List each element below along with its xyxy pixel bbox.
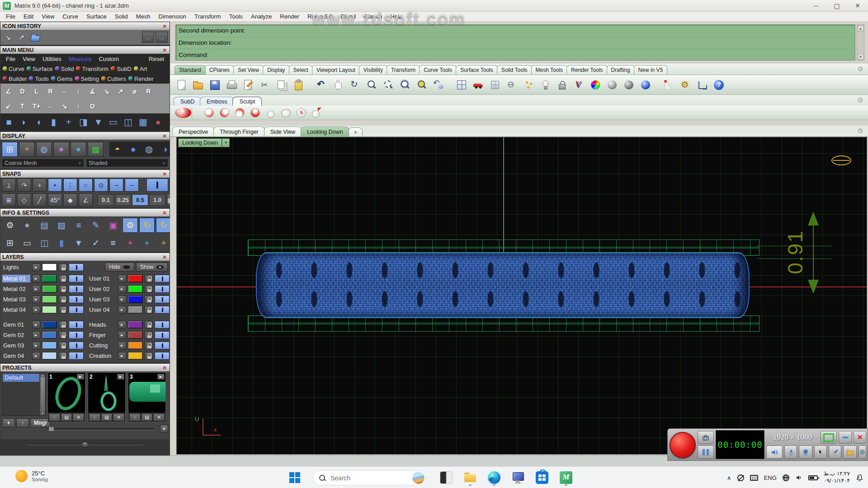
cone-flag-icon[interactable] [663,79,675,91]
splitter-knob[interactable] [81,441,89,447]
maximize-button[interactable] [826,0,847,11]
network-globe-icon[interactable] [783,474,789,481]
open-file-icon[interactable] [192,79,204,91]
layer-color-swatch[interactable] [42,352,57,360]
menubar-item[interactable]: Curve [58,12,82,21]
zoom-window-icon[interactable] [399,79,411,91]
layer-visibility-toggle[interactable] [69,263,84,271]
grid-value-0-25[interactable]: 0.25 [115,194,131,206]
measure-height-icon[interactable]: ↕ [71,99,85,113]
tab-standard[interactable]: Standard [175,65,206,75]
recorder-minimize-button[interactable] [839,431,852,444]
viewport-tab-through-finger[interactable]: Through Finger [213,127,264,136]
layer-visibility-toggle[interactable] [69,306,84,314]
recorder-settings-button[interactable] [859,446,866,459]
layer-visibility-toggle[interactable] [155,296,170,303]
profile-icon[interactable]: ▮ [47,115,61,129]
layer-visibility-toggle[interactable] [155,342,170,349]
thumbnail-add-button[interactable]: + [160,425,168,432]
layer-visibility-toggle[interactable] [69,296,84,303]
layer-expand-button[interactable] [118,331,126,339]
path-check-icon[interactable]: ✓ [88,235,104,250]
arc-icon[interactable]: ◗ [17,115,31,129]
tab-transform[interactable]: Transform [387,65,420,75]
grid-value-0-1[interactable]: 0.1 [98,194,114,206]
undo-view-icon[interactable] [433,79,444,91]
category-subd[interactable]: SubD [110,66,132,72]
layer-expand-button[interactable] [118,275,126,282]
layer-name[interactable]: Gem 01 [2,321,30,328]
layer-lock-button[interactable] [145,321,153,328]
category-setting[interactable]: Setting [75,75,99,82]
measure-line2-icon[interactable]: ↗ [113,84,127,98]
layer-name[interactable]: Metal 04 [2,306,30,314]
cut-icon[interactable] [259,79,271,91]
snap-tangent-icon[interactable]: − [125,178,139,192]
panel-close-icon[interactable] [161,23,168,29]
snap-angle-icon[interactable]: 45° [48,193,62,206]
project-up-button[interactable]: ↑ [16,418,29,427]
layer-lock-button[interactable] [59,275,67,282]
minimize-button[interactable] [806,0,826,11]
layer-lock-button[interactable] [145,331,153,339]
viewport-tab-side-view[interactable]: Side View [264,127,302,136]
category-render[interactable]: Render [128,75,154,82]
speaker-toggle-button[interactable] [766,446,783,459]
circle-axis-icon[interactable] [506,79,518,91]
shade-blue-button[interactable]: ● [126,142,141,156]
menubar-item[interactable]: Solid [111,12,132,21]
category-surface[interactable]: Surface [26,66,53,72]
layer-name[interactable]: Finger [88,331,116,339]
snap-end-icon[interactable]: ⊥ [2,178,16,192]
thumbnail-save-button[interactable] [101,413,113,421]
cplane-axes-icon[interactable] [696,79,708,91]
close-button[interactable] [847,0,868,11]
layers-hide-button[interactable]: Hide [105,263,134,272]
layer-visibility-toggle[interactable] [69,342,84,349]
layer-color-swatch[interactable] [128,352,143,360]
layer-expand-button[interactable] [118,285,126,293]
screenshot-camera-button[interactable] [698,431,714,444]
measure-gap-icon[interactable]: ↔ [43,99,57,113]
torus-icon[interactable]: ● [151,115,165,129]
layer-color-swatch[interactable] [128,285,143,293]
layer-visibility-toggle[interactable] [155,275,170,282]
print-icon[interactable] [226,79,237,91]
notes-icon[interactable]: ✎ [88,218,104,233]
lamp-icon[interactable] [539,79,551,91]
viewport-title-dropdown-icon[interactable] [222,138,230,147]
project-list-scrollbar[interactable]: ▲▼ [39,374,45,415]
snap-plane-icon[interactable]: ◆ [63,193,77,206]
category-builder[interactable]: Builder [2,75,27,82]
layer-expand-button[interactable] [118,352,126,360]
slab-icon[interactable]: ▤ [37,218,52,233]
gears-icon[interactable] [679,79,691,91]
tab-render-tools[interactable]: Render Tools [566,65,608,75]
help-icon[interactable] [713,79,725,91]
sculpt-main-icon[interactable] [175,107,192,118]
menubar-item[interactable]: Render [276,12,303,21]
thumbnail-slider[interactable] [47,426,154,432]
layer-visibility-toggle[interactable] [155,321,170,328]
menubar-item[interactable]: Tools [225,12,247,21]
text-icon[interactable]: T [15,99,29,113]
layer-name[interactable]: User 01 [88,275,116,282]
history-back-button[interactable]: ← [142,32,154,43]
menubar-item[interactable]: Help [386,12,406,21]
store-app-icon[interactable] [535,469,549,486]
measure-offset-icon[interactable]: ↘ [57,99,71,113]
history-dim2-icon[interactable]: ↗ [16,32,28,43]
tray-chevron-icon[interactable]: ∧ [727,474,731,481]
tab-mesh-tools[interactable]: Mesh Tools [531,65,567,75]
menubar-item[interactable]: Edit [19,12,38,21]
cursor-capture-button[interactable] [814,446,827,459]
measure-diameter-icon[interactable]: ⌀ [127,84,142,98]
weather-widget[interactable]: 25°C Sonnig [15,470,48,482]
sweep-tools-icon[interactable]: ⚙ [123,218,138,233]
layer-expand-button[interactable] [118,342,126,349]
display-ball-purple-toggle[interactable]: ● [53,142,69,157]
layer-expand-button[interactable] [118,306,126,314]
language-indicator[interactable]: ENG [764,474,777,481]
display-gizmo-toggle[interactable]: + [19,142,35,157]
new-file-icon[interactable] [175,79,187,91]
